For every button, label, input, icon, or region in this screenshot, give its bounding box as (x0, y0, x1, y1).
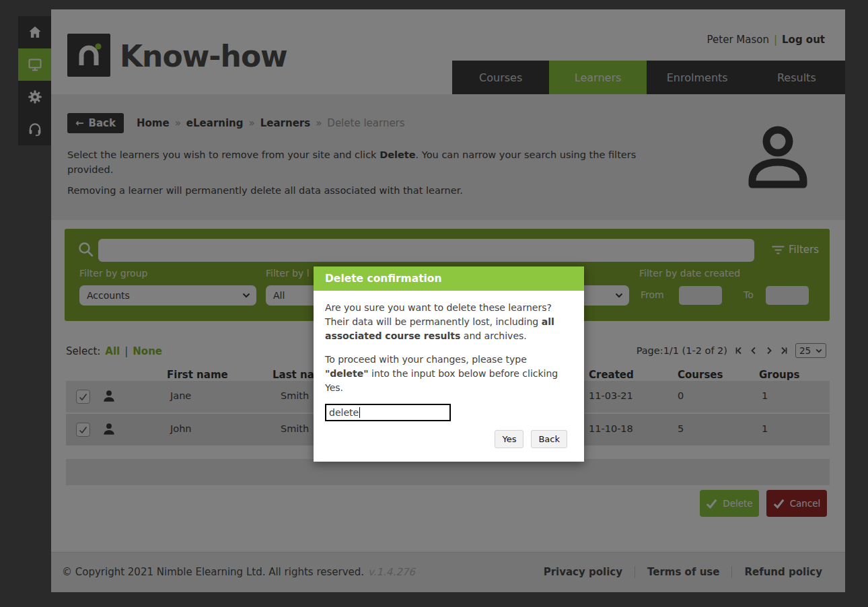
delete-confirmation-modal: Delete confirmation Are you sure you wan… (314, 266, 584, 462)
modal-instruction-text: To proceed with your changes, please typ… (325, 353, 573, 395)
modal-yes-button[interactable]: Yes (495, 430, 523, 448)
modal-back-button[interactable]: Back (531, 430, 567, 448)
modal-actions: Yes Back (495, 430, 567, 448)
modal-title: Delete confirmation (314, 266, 584, 291)
modal-body: Are you sure you want to delete these le… (314, 291, 584, 462)
modal-warning-text: Are you sure you want to delete these le… (325, 301, 573, 343)
delete-confirm-input[interactable]: delete (325, 404, 451, 421)
text-caret (359, 407, 360, 418)
